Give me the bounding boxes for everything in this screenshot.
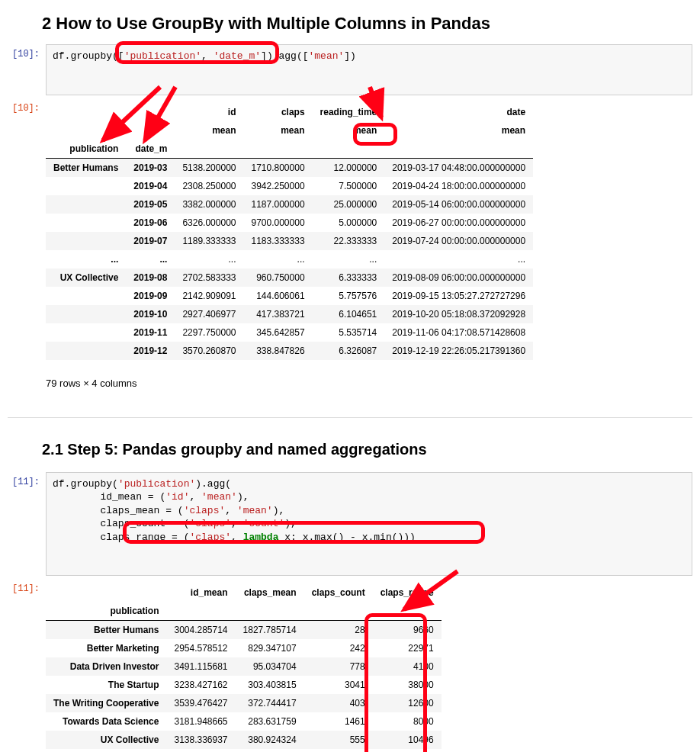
df-col-header: mean [243, 121, 312, 140]
df-cell: 1183.333333 [243, 232, 312, 250]
df-cell: 5.535714 [313, 323, 385, 342]
df-index [46, 287, 126, 305]
df-cell: 3570.260870 [175, 342, 243, 360]
out-prompt: [10]: [8, 98, 46, 114]
df-cell: 3138.336937 [166, 731, 235, 749]
in-prompt: [10]: [8, 44, 46, 59]
df-col-header [126, 121, 175, 140]
df-cell: ... [243, 250, 312, 268]
df-cell: 345.642857 [243, 323, 312, 342]
df-cell: 2308.250000 [175, 177, 243, 195]
code-input[interactable]: df.groupby(['publication', 'date_m']).ag… [46, 44, 692, 95]
df-cell: 2927.406977 [175, 305, 243, 323]
df-index [46, 305, 126, 323]
df-cell: 1827.785714 [236, 621, 304, 640]
dataframe-summary: 79 rows × 4 columns [46, 370, 692, 389]
df-index-label: publication [46, 602, 166, 621]
table-row: Better Humans3004.2857141827.78571428966… [46, 621, 442, 640]
df-index-label [175, 140, 243, 159]
df-index-label [313, 140, 385, 159]
df-cell: 28 [304, 621, 373, 640]
df-cell: 22.333333 [313, 232, 385, 250]
dataframe-table: id_meanclaps_meanclaps_countclaps_range … [46, 583, 442, 749]
table-row: 2019-042308.2500003942.2500007.500000201… [46, 177, 533, 195]
df-cell: 2019-09-15 13:05:27.272727296 [384, 287, 533, 305]
subsection-heading: 2.1 Step 5: Pandas groupby and named agg… [42, 441, 692, 458]
df-index: Better Marketing [46, 639, 166, 657]
df-cell: ... [175, 250, 243, 268]
df-index-label [243, 140, 312, 159]
df-index: 2019-03 [126, 158, 175, 177]
df-cell: 2297.750000 [175, 323, 243, 342]
df-index [46, 323, 126, 342]
df-cell: 1461 [304, 712, 373, 731]
df-cell: 5.000000 [313, 214, 385, 232]
df-cell: 3491.115681 [166, 657, 235, 676]
df-cell: 2702.583333 [175, 268, 243, 287]
df-cell: 5.757576 [313, 287, 385, 305]
df-cell: 2019-05-14 06:00:00.000000000 [384, 195, 533, 214]
df-index-label [384, 140, 533, 159]
df-cell: 2142.909091 [175, 287, 243, 305]
table-row: 2019-092142.909091144.6060615.7575762019… [46, 287, 533, 305]
df-cell: 3942.250000 [243, 177, 312, 195]
df-cell: 338.847826 [243, 342, 312, 360]
df-col-header: reading_time [313, 103, 385, 121]
df-cell: 3238.427162 [166, 676, 235, 694]
df-cell: 380.924324 [236, 731, 304, 749]
table-row: .................. [46, 250, 533, 268]
df-index [46, 177, 126, 195]
df-cell: 9700.000000 [243, 214, 312, 232]
df-col-header: mean [313, 121, 385, 140]
df-cell: 2019-11-06 04:17:08.571428608 [384, 323, 533, 342]
df-cell: 4100 [373, 657, 442, 676]
df-index: Towards Data Science [46, 712, 166, 731]
df-index: ... [126, 250, 175, 268]
df-index: 2019-10 [126, 305, 175, 323]
df-cell: 242 [304, 639, 373, 657]
df-index [46, 195, 126, 214]
section-heading: 2 How to Use GroupBy with Multiple Colum… [42, 14, 692, 34]
df-cell: 3004.285714 [166, 621, 235, 640]
cell-10-input: [10]: df.groupby(['publication', 'date_m… [8, 44, 692, 95]
cell-11-input: [11]: df.groupby('publication').agg( id_… [8, 472, 692, 577]
df-col-header [46, 583, 166, 602]
table-row: 2019-123570.260870338.8478266.3260872019… [46, 342, 533, 360]
df-cell: 6.104651 [313, 305, 385, 323]
df-cell: 5138.200000 [175, 158, 243, 177]
df-cell: 2019-10-20 05:18:08.372092928 [384, 305, 533, 323]
df-index: Data Driven Investor [46, 657, 166, 676]
df-cell: 829.347107 [236, 639, 304, 657]
cell-11-output: [11]: id_meanclaps_meanclaps_countclaps_… [8, 579, 692, 752]
table-row: 2019-102927.406977417.3837216.1046512019… [46, 305, 533, 323]
df-cell: 1187.000000 [243, 195, 312, 214]
df-index: 2019-07 [126, 232, 175, 250]
output-dataframe: id_meanclaps_meanclaps_countclaps_range … [46, 579, 692, 752]
df-cell: 2019-12-19 22:26:05.217391360 [384, 342, 533, 360]
df-index: UX Collective [46, 268, 126, 287]
df-cell: 2019-04-24 18:00:00.000000000 [384, 177, 533, 195]
df-cell: 1189.333333 [175, 232, 243, 250]
df-cell: 95.034704 [236, 657, 304, 676]
df-cell: ... [384, 250, 533, 268]
df-cell: 3181.948665 [166, 712, 235, 731]
df-index: 2019-08 [126, 268, 175, 287]
table-row: Better Humans2019-035138.2000001710.8000… [46, 158, 533, 177]
code-input[interactable]: df.groupby('publication').agg( id_mean =… [46, 472, 692, 577]
df-cell: 778 [304, 657, 373, 676]
df-index-label: date_m [126, 140, 175, 159]
df-index: The Startup [46, 676, 166, 694]
df-col-header [126, 103, 175, 121]
dataframe-table: idclapsreading_timedate meanmeanmeanmean… [46, 103, 533, 360]
df-cell: 283.631759 [236, 712, 304, 731]
df-index: 2019-11 [126, 323, 175, 342]
df-cell: 10496 [373, 731, 442, 749]
df-cell: 12.000000 [313, 158, 385, 177]
df-index: ... [46, 250, 126, 268]
df-index [46, 214, 126, 232]
table-row: 2019-112297.750000345.6428575.5357142019… [46, 323, 533, 342]
df-col-header: claps_range [373, 583, 442, 602]
df-index: Better Humans [46, 621, 166, 640]
divider [8, 417, 692, 418]
df-col-header [46, 103, 126, 121]
